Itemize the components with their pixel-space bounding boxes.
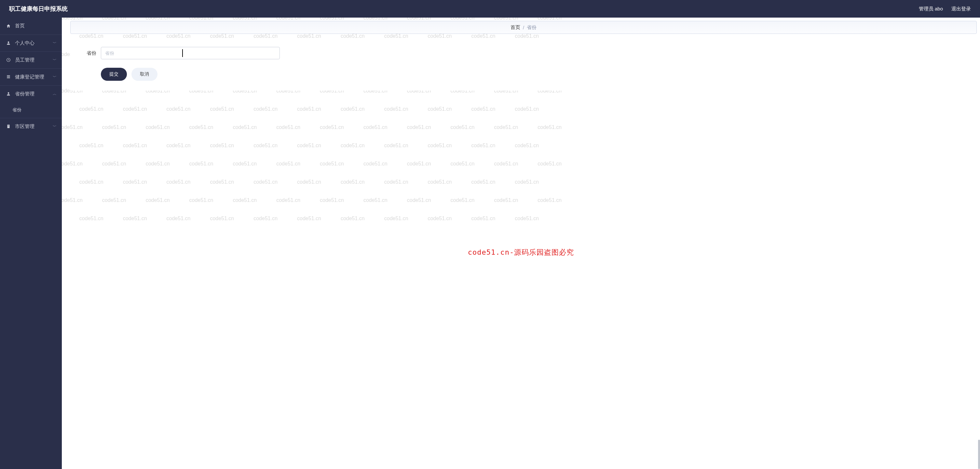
sidebar-item-city[interactable]: 市区管理 ﹀ — [0, 118, 62, 135]
sidebar-item-label: 个人中心 — [15, 40, 35, 46]
app-title: 职工健康每日申报系统 — [9, 5, 68, 13]
svg-point-5 — [8, 92, 10, 94]
sidebar: 首页 个人中心 ﹀ 员工管理 ﹀ 健康登记管理 ﹀ — [0, 18, 62, 469]
user-icon — [6, 41, 11, 45]
logout-link[interactable]: 退出登录 — [951, 6, 971, 12]
chevron-down-icon: ﹀ — [53, 57, 57, 63]
chevron-down-icon: ﹀ — [53, 74, 57, 80]
red-watermark-text: code51.cn-源码乐园盗图必究 — [468, 247, 574, 257]
chevron-down-icon: ﹀ — [53, 40, 57, 46]
sidebar-item-label: 省份 — [12, 107, 21, 113]
svg-point-0 — [8, 41, 10, 43]
svg-rect-6 — [8, 125, 10, 128]
sidebar-item-home[interactable]: 首页 — [0, 18, 62, 35]
sidebar-item-personal[interactable]: 个人中心 ﹀ — [0, 35, 62, 51]
sidebar-item-province-child[interactable]: 省份 — [0, 102, 62, 118]
form-row-province: 省份 — [83, 47, 964, 59]
chevron-up-icon: ︿ — [53, 91, 57, 97]
list-icon — [6, 75, 11, 79]
province-input[interactable] — [101, 47, 280, 59]
form-card: 省份 提交 取消 — [70, 40, 977, 91]
breadcrumb-separator: / — [523, 25, 524, 30]
building-icon — [6, 124, 11, 129]
user-icon — [6, 91, 11, 96]
sidebar-item-province[interactable]: 省份管理 ︿ — [0, 85, 62, 102]
header-right: 管理员 abo 退出登录 — [919, 6, 971, 12]
sidebar-item-label: 健康登记管理 — [15, 74, 44, 80]
content-wrap: 首页 / 省份 省份 提交 取消 — [70, 21, 977, 91]
text-cursor-icon — [182, 49, 183, 57]
home-icon — [6, 24, 11, 28]
main-panel: code51.cncode51.cncode51.cncode51.cncode… — [62, 18, 980, 469]
clock-icon — [6, 57, 11, 62]
svg-rect-4 — [7, 78, 10, 78]
form-button-row: 提交 取消 — [101, 68, 964, 81]
form-label-province: 省份 — [83, 50, 96, 56]
breadcrumb: 首页 / 省份 — [70, 21, 977, 34]
svg-rect-8 — [9, 125, 9, 126]
svg-rect-2 — [7, 75, 10, 76]
sidebar-item-label: 员工管理 — [15, 57, 35, 63]
sidebar-item-label: 首页 — [15, 23, 25, 29]
breadcrumb-current: 省份 — [527, 24, 536, 30]
cancel-button[interactable]: 取消 — [132, 68, 158, 81]
chevron-down-icon: ﹀ — [53, 124, 57, 129]
scrollbar-thumb[interactable] — [978, 440, 980, 469]
sidebar-item-employee[interactable]: 员工管理 ﹀ — [0, 51, 62, 69]
breadcrumb-home[interactable]: 首页 — [511, 24, 520, 30]
admin-user-link[interactable]: 管理员 abo — [919, 6, 943, 12]
sidebar-item-health[interactable]: 健康登记管理 ﹀ — [0, 69, 62, 85]
submit-button[interactable]: 提交 — [101, 68, 127, 81]
sidebar-item-label: 省份管理 — [15, 91, 35, 97]
svg-rect-10 — [9, 126, 9, 126]
svg-rect-3 — [7, 77, 10, 77]
input-wrapper — [101, 47, 280, 59]
sidebar-item-label: 市区管理 — [15, 123, 35, 130]
app-header: 职工健康每日申报系统 管理员 abo 退出登录 — [0, 0, 980, 18]
